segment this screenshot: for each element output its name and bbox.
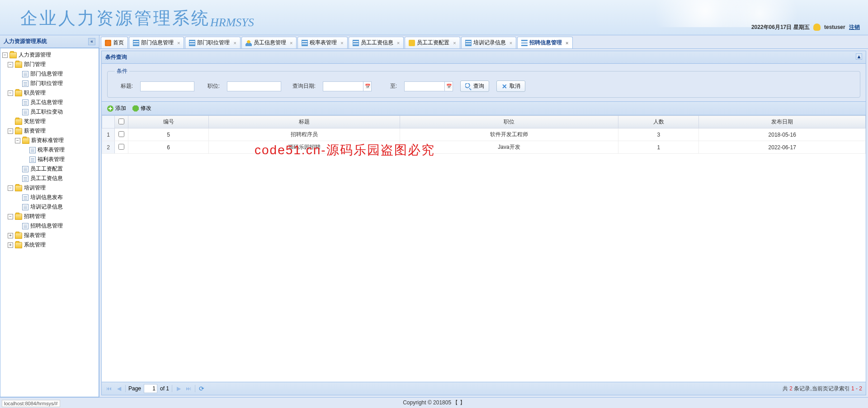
tree-salary-std[interactable]: −薪资标准管理 (2, 136, 97, 145)
pager: ⏮ ◀ Page of 1 ▶ ⏭ ⟳ 共 2 条记录,当前页记录索引 1 - … (102, 382, 866, 395)
grid-icon (353, 40, 359, 46)
add-button[interactable]: 添加 (105, 104, 128, 113)
refresh-button[interactable]: ⟳ (198, 385, 205, 392)
username: testuser (824, 24, 845, 30)
label-date-to: 至: (379, 82, 397, 90)
tree-salary[interactable]: −薪资管理 (2, 126, 97, 136)
cancel-button[interactable]: ✕取消 (496, 81, 525, 92)
tree-welfare[interactable]: 福利表管理 (2, 155, 97, 164)
tree-emp-change[interactable]: 员工职位变动 (2, 107, 97, 117)
col-count[interactable]: 人数 (618, 116, 699, 128)
close-icon[interactable]: × (397, 40, 400, 46)
tree-emp-info[interactable]: 员工信息管理 (2, 98, 97, 107)
sidebar-title: 人力资源管理系统 « (0, 35, 99, 48)
list-icon (521, 40, 528, 46)
table-row[interactable]: 26源码乐园招聘Java开发12022-06-17 (102, 141, 866, 154)
data-grid: 编号 标题 职位 人数 发布日期 15招聘程序员软件开发工程师32018-05-… (102, 115, 866, 382)
date-text: 2022年06月17日 星期五 (751, 24, 810, 30)
next-page-button[interactable]: ▶ (175, 385, 182, 392)
copyright: Copyright © 201805 【 】 (403, 399, 465, 407)
close-icon[interactable]: × (233, 40, 236, 46)
tree-dept[interactable]: −部门管理 (2, 60, 97, 69)
tab-dept-info[interactable]: 部门信息管理× (129, 37, 184, 48)
select-all-checkbox[interactable] (118, 119, 124, 124)
grid-icon (189, 40, 195, 46)
first-page-button[interactable]: ⏮ (105, 385, 113, 392)
tree-training-rec[interactable]: 培训记录信息 (2, 202, 97, 212)
grid-icon (465, 40, 472, 46)
tree-dept-info[interactable]: 部门信息管理 (2, 69, 97, 79)
header-userinfo: 2022年06月17日 星期五 testuser 注销 (751, 23, 860, 31)
tab-home[interactable]: 首页 (101, 37, 128, 48)
input-position[interactable] (227, 81, 281, 91)
row-checkbox[interactable] (118, 131, 124, 137)
label-title: 标题: (115, 82, 133, 90)
tree-training[interactable]: −培训管理 (2, 183, 97, 193)
close-icon[interactable]: × (290, 40, 292, 46)
edit-button[interactable]: 修改 (131, 104, 153, 113)
header: 企业人力资源管理系统 HRMSYS 2022年06月17日 星期五 testus… (0, 0, 868, 35)
col-date[interactable]: 发布日期 (699, 116, 866, 128)
close-icon[interactable]: × (509, 40, 512, 46)
close-icon[interactable]: × (453, 40, 456, 46)
input-date-to[interactable] (404, 81, 445, 91)
page-total: of 1 (160, 385, 169, 392)
tree-reward[interactable]: 奖惩管理 (2, 117, 97, 126)
page-label: Page (128, 385, 141, 392)
tree-recruit[interactable]: −招聘管理 (2, 212, 97, 221)
label-position: 职位: (202, 82, 220, 90)
tree-salary-info[interactable]: 员工工资信息 (2, 174, 97, 183)
tree-tax[interactable]: 税率表管理 (2, 145, 97, 155)
tab-salary-info[interactable]: 员工工资信息× (349, 37, 404, 48)
add-icon (107, 105, 113, 112)
grid-header-row: 编号 标题 职位 人数 发布日期 (102, 116, 866, 128)
tree-root[interactable]: −人力资源管理 (2, 50, 97, 60)
tab-recruit-info[interactable]: 招聘信息管理× (517, 37, 572, 48)
calendar-icon[interactable]: 📅 (445, 81, 453, 91)
footer: Copyright © 201805 【 】 (0, 397, 868, 408)
tree-emp[interactable]: −职员管理 (2, 88, 97, 98)
col-id[interactable]: 编号 (128, 116, 209, 128)
query-button[interactable]: 查询 (460, 81, 489, 92)
calendar-icon[interactable]: 📅 (363, 81, 372, 91)
close-icon[interactable]: × (177, 40, 180, 46)
collapse-icon[interactable]: « (88, 38, 95, 45)
last-page-button[interactable]: ⏭ (185, 385, 192, 392)
tab-salary-cfg[interactable]: 员工工资配置× (405, 37, 460, 48)
fieldset-legend: 条件 (115, 67, 129, 75)
tab-emp-info[interactable]: 员工信息管理× (241, 37, 297, 48)
tree-training-pub[interactable]: 培训信息发布 (2, 193, 97, 202)
table-row[interactable]: 15招聘程序员软件开发工程师32018-05-16 (102, 128, 866, 141)
logout-link[interactable]: 注销 (849, 24, 860, 30)
tree-dept-pos[interactable]: 部门职位管理 (2, 79, 97, 88)
tab-tax[interactable]: 税率表管理× (297, 37, 347, 48)
home-icon (105, 40, 111, 46)
tree-recruit-info[interactable]: 招聘信息管理 (2, 221, 97, 231)
grid-icon (133, 40, 139, 46)
col-position[interactable]: 职位 (400, 116, 618, 128)
tab-training-rec[interactable]: 培训记录信息× (461, 37, 516, 48)
col-title[interactable]: 标题 (209, 116, 400, 128)
edit-icon (132, 105, 139, 112)
close-icon[interactable]: × (566, 40, 568, 46)
row-checkbox[interactable] (118, 144, 124, 150)
grid-toolbar: 添加 修改 (102, 101, 866, 115)
money-icon (409, 40, 415, 46)
content-area: 首页 部门信息管理× 部门职位管理× 员工信息管理× 税率表管理× 员工工资信息… (99, 35, 868, 397)
input-date-from[interactable] (323, 81, 363, 91)
input-title[interactable] (140, 81, 194, 91)
app-subtitle: HRMSYS (210, 16, 254, 29)
close-icon[interactable]: × (340, 40, 343, 46)
tree-system[interactable]: +系统管理 (2, 240, 97, 250)
tab-dept-pos[interactable]: 部门职位管理× (185, 37, 240, 48)
nav-tree: −人力资源管理 −部门管理 部门信息管理 部门职位管理 −职员管理 员工信息管理… (0, 48, 99, 397)
collapse-up-icon[interactable]: ▴ (856, 53, 862, 60)
tree-salary-cfg[interactable]: 员工工资配置 (2, 164, 97, 174)
user-icon (813, 24, 821, 31)
page-input[interactable] (144, 384, 157, 393)
tree-report[interactable]: +报表管理 (2, 231, 97, 240)
pager-info: 共 2 条记录,当前页记录索引 1 - 2 (783, 385, 862, 393)
user-icon (245, 40, 252, 46)
prev-page-button[interactable]: ◀ (115, 385, 123, 392)
tab-strip: 首页 部门信息管理× 部门职位管理× 员工信息管理× 税率表管理× 员工工资信息… (99, 35, 868, 49)
